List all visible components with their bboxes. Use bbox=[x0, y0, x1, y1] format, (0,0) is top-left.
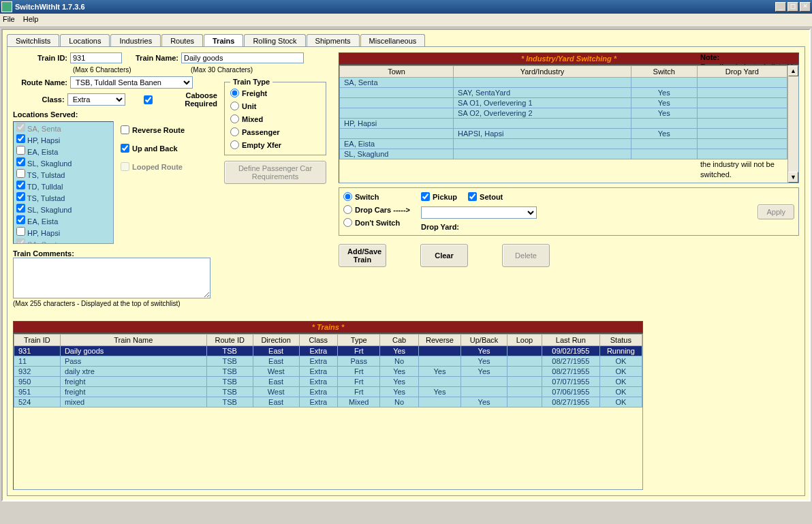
switching-row[interactable]: SA O1, Overlevering 1Yes bbox=[340, 98, 787, 108]
locations-listbox[interactable]: SA, Senta HP, Hapsi EA, Eista SL, Skaglu… bbox=[13, 121, 114, 244]
looped-route-checkbox[interactable]: Looped Route bbox=[121, 162, 185, 171]
tab-switchlists[interactable]: Switchlists bbox=[7, 34, 59, 47]
train-type-unit[interactable]: Unit bbox=[230, 102, 320, 110]
col-header[interactable]: Town bbox=[340, 66, 454, 78]
col-header[interactable]: Yard/Industry bbox=[454, 66, 631, 78]
col-header[interactable]: Status bbox=[599, 335, 642, 346]
close-button[interactable]: × bbox=[800, 2, 811, 12]
train-type-group: Train Type FreightUnitMixedPassengerEmpt… bbox=[224, 78, 326, 155]
train-comments-label: Train Comments: bbox=[13, 249, 217, 258]
window-title: SwitchWithIt 1.7.3.6 bbox=[15, 3, 774, 11]
train-id-input[interactable] bbox=[70, 52, 122, 63]
location-item[interactable]: SL, Skaglund bbox=[14, 157, 113, 168]
location-item[interactable]: TD, Tulldal bbox=[14, 180, 113, 191]
comments-hint: (Max 255 characters - Displayed at the t… bbox=[13, 300, 217, 307]
train-id-hint: (Max 6 Characters) bbox=[73, 66, 138, 74]
switch-options-panel: Switch Drop Cars -----> Don't Switch Pic… bbox=[339, 187, 799, 236]
menu-bar: File Help bbox=[0, 14, 812, 27]
location-item[interactable]: HP, Hapsi bbox=[14, 134, 113, 145]
locations-served-label: Locations Served: bbox=[13, 110, 78, 119]
location-item[interactable]: EA, Eista bbox=[14, 215, 113, 226]
location-item[interactable]: EA, Eista bbox=[14, 145, 113, 157]
train-type-passenger[interactable]: Passenger bbox=[230, 127, 320, 136]
drop-yard-label: Drop Yard: bbox=[421, 223, 459, 231]
tab-shipments[interactable]: Shipments bbox=[307, 34, 360, 47]
pickup-checkbox[interactable]: Pickup bbox=[421, 192, 457, 201]
radio-dont-switch[interactable]: Don't Switch bbox=[343, 218, 410, 227]
switching-row[interactable]: HAPSI, HapsiYes bbox=[340, 129, 787, 139]
radio-drop-cars[interactable]: Drop Cars -----> bbox=[343, 205, 410, 214]
trains-grid-header: * Trains * bbox=[13, 321, 643, 333]
title-bar: SwitchWithIt 1.7.3.6 _ □ × bbox=[0, 0, 812, 14]
note-title: Note: bbox=[700, 52, 799, 62]
col-header[interactable]: Switch bbox=[631, 66, 697, 78]
trains-grid[interactable]: Train IDTrain NameRoute IDDirectionClass… bbox=[14, 334, 642, 407]
col-header[interactable]: Cab bbox=[380, 335, 419, 346]
menu-help[interactable]: Help bbox=[23, 15, 39, 25]
minimize-button[interactable]: _ bbox=[775, 2, 786, 12]
switching-row[interactable]: SAY, SentaYardYes bbox=[340, 88, 787, 98]
col-header[interactable]: Up/Back bbox=[461, 335, 507, 346]
train-id-label: Train ID: bbox=[13, 54, 67, 62]
tab-strip: SwitchlistsLocationsIndustriesRoutesTrai… bbox=[7, 34, 805, 47]
tab-rolling-stock[interactable]: Rolling Stock bbox=[244, 34, 305, 47]
location-item[interactable]: SL, Skaglund bbox=[14, 203, 113, 215]
switching-row[interactable]: SL, Skaglund bbox=[340, 149, 787, 159]
location-item: SA, Senta bbox=[14, 238, 113, 244]
tab-routes[interactable]: Routes bbox=[161, 34, 203, 47]
train-type-mixed[interactable]: Mixed bbox=[230, 114, 320, 123]
train-type-freight[interactable]: Freight bbox=[230, 89, 320, 97]
switching-scrollbar[interactable]: ▲ ▼ bbox=[787, 65, 798, 183]
train-comments-textarea[interactable] bbox=[13, 258, 210, 298]
col-header[interactable]: Train Name bbox=[60, 335, 206, 346]
tab-industries[interactable]: Industries bbox=[110, 34, 161, 47]
train-row[interactable]: 931Daily goodsTSBEastExtraFrtYesYes09/02… bbox=[14, 346, 642, 356]
menu-file[interactable]: File bbox=[3, 15, 15, 25]
location-item[interactable]: TS, Tulstad bbox=[14, 168, 113, 180]
train-row[interactable]: 950freightTSBEastExtraFrtYes07/07/1955OK bbox=[14, 377, 642, 387]
switching-row[interactable]: SA, Senta bbox=[340, 78, 787, 88]
clear-button[interactable]: Clear bbox=[420, 244, 468, 267]
scroll-down-icon[interactable]: ▼ bbox=[788, 172, 798, 183]
col-header[interactable]: Loop bbox=[507, 335, 542, 346]
main-panel: SwitchlistsLocationsIndustriesRoutesTrai… bbox=[1, 29, 811, 502]
col-header[interactable]: Last Run bbox=[542, 335, 599, 346]
train-row[interactable]: 951freightTSBWestExtraFrtYesYes07/06/195… bbox=[14, 387, 642, 397]
add-save-button[interactable]: Add/Save Train bbox=[339, 244, 386, 267]
col-header[interactable]: Route ID bbox=[206, 335, 253, 346]
col-header[interactable]: Direction bbox=[253, 335, 299, 346]
switching-row[interactable]: EA, Eista bbox=[340, 139, 787, 149]
switching-row[interactable]: SA O2, Overlevering 2Yes bbox=[340, 108, 787, 119]
tab-locations[interactable]: Locations bbox=[60, 34, 110, 47]
train-row[interactable]: 932daily xtreTSBWestExtraFrtYesYesYes08/… bbox=[14, 367, 642, 377]
train-row[interactable]: 11PassTSBEastExtraPassNoYes08/27/1955OK bbox=[14, 356, 642, 367]
drop-cars-select[interactable] bbox=[421, 206, 537, 219]
train-row[interactable]: 524mixedTSBEastExtraMixedNoYes08/27/1955… bbox=[14, 397, 642, 407]
col-header[interactable]: Train ID bbox=[14, 335, 61, 346]
switching-row[interactable]: HP, Hapsi bbox=[340, 119, 787, 129]
class-label: Class: bbox=[13, 95, 65, 104]
location-item[interactable]: HP, Hapsi bbox=[14, 226, 113, 238]
scroll-up-icon[interactable]: ▲ bbox=[788, 65, 798, 76]
caboose-checkbox[interactable]: Caboose Required bbox=[144, 91, 217, 108]
route-name-select[interactable]: TSB, Tuldall Senta Banen bbox=[70, 76, 193, 89]
class-select[interactable]: Extra bbox=[67, 93, 126, 106]
switching-grid[interactable]: TownYard/IndustrySwitchDrop YardSA, Sent… bbox=[339, 65, 787, 159]
up-and-back-checkbox[interactable]: Up and Back bbox=[121, 144, 185, 153]
train-name-input[interactable] bbox=[181, 52, 304, 63]
maximize-button[interactable]: □ bbox=[787, 2, 798, 12]
col-header[interactable]: Drop Yard bbox=[697, 66, 787, 78]
col-header[interactable]: Type bbox=[338, 335, 380, 346]
tab-trains[interactable]: Trains bbox=[204, 34, 243, 47]
train-type-empty-xfer[interactable]: Empty Xfer bbox=[230, 140, 320, 149]
location-item[interactable]: TS, Tulstad bbox=[14, 191, 113, 203]
route-name-label: Route Name: bbox=[13, 78, 67, 87]
tab-miscellaneous[interactable]: Miscellaneous bbox=[360, 34, 426, 47]
reverse-route-checkbox[interactable]: Reverse Route bbox=[121, 125, 185, 134]
col-header[interactable]: Reverse bbox=[418, 335, 460, 346]
train-type-legend: Train Type bbox=[230, 78, 272, 86]
setout-checkbox[interactable]: Setout bbox=[468, 192, 503, 201]
radio-switch[interactable]: Switch bbox=[343, 192, 410, 201]
col-header[interactable]: Class bbox=[299, 335, 338, 346]
location-item: SA, Senta bbox=[14, 122, 113, 134]
